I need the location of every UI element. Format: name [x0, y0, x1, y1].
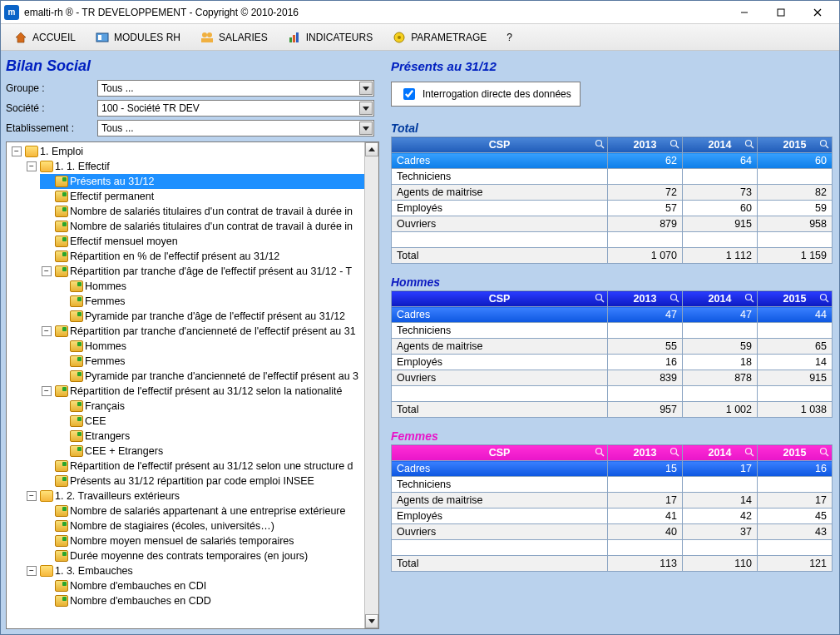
close-button[interactable] — [799, 1, 836, 24]
collapse-icon[interactable]: − — [42, 386, 52, 396]
tree-node[interactable]: Effectif permanent — [40, 189, 364, 204]
cell-value: 17 — [608, 493, 683, 508]
collapse-icon[interactable]: − — [12, 146, 22, 156]
direct-query-checkbox[interactable] — [403, 88, 415, 100]
menu-help[interactable]: ? — [498, 29, 521, 46]
table-row[interactable]: Ouvriers839878915 — [392, 370, 833, 386]
tree-node[interactable]: Femmes — [55, 294, 364, 309]
tree-node[interactable]: CEE + Etrangers — [55, 444, 364, 459]
tree-node[interactable]: −1. 2. Travailleurs extérieurs — [25, 489, 364, 504]
tree-scrollbar[interactable] — [364, 142, 378, 628]
column-header-csp[interactable]: CSP — [392, 291, 608, 307]
svg-line-19 — [751, 146, 754, 148]
column-header-csp[interactable]: CSP — [392, 445, 608, 461]
table-row[interactable]: Techniciens — [392, 477, 833, 493]
tree-node[interactable]: Effectif mensuel moyen — [40, 234, 364, 249]
collapse-icon[interactable]: − — [27, 566, 37, 576]
tree-node[interactable]: −Répartition par tranche d'âge de l'effe… — [40, 264, 364, 279]
table-row[interactable]: Ouvriers879915958 — [392, 216, 833, 232]
column-header-year[interactable]: 2015 — [758, 137, 833, 153]
column-header-year[interactable]: 2015 — [758, 445, 833, 461]
menu-salaries[interactable]: SALARIES — [192, 28, 276, 47]
cell-value — [683, 323, 758, 339]
collapse-icon[interactable]: − — [42, 266, 52, 276]
column-header-year[interactable]: 2014 — [683, 137, 758, 153]
tree-spacer — [42, 251, 52, 261]
tree-node[interactable]: Nombre de stagiaires (écoles, université… — [40, 518, 364, 533]
tree-node[interactable]: −1. Emploi — [10, 144, 364, 159]
column-header-year[interactable]: 2013 — [608, 137, 683, 153]
minimize-button[interactable] — [726, 1, 763, 24]
cell-value: 879 — [608, 216, 683, 232]
report-icon — [55, 475, 68, 487]
tree-node[interactable]: −Répartition de l'effectif présent au 31… — [40, 384, 364, 399]
svg-line-23 — [601, 300, 604, 302]
svg-line-15 — [601, 146, 604, 148]
direct-query-checkbox-row[interactable]: Interrogation directe des données — [391, 82, 581, 107]
tree-node[interactable]: −1. 3. Embauches — [25, 563, 364, 578]
row-label: Employés — [392, 355, 608, 370]
column-header-year[interactable]: 2013 — [608, 291, 683, 307]
app-icon: m — [4, 5, 19, 20]
table-row[interactable]: Cadres474744 — [392, 307, 833, 323]
tree-node[interactable]: Français — [55, 399, 364, 414]
tree-node[interactable]: Durée moyenne des contrats temporaires (… — [40, 548, 364, 563]
table-row[interactable]: Agents de maitrise555965 — [392, 339, 833, 355]
row-label: Ouvriers — [392, 216, 608, 232]
table-row[interactable]: Employés161814 — [392, 355, 833, 370]
table-row[interactable]: Agents de maitrise727382 — [392, 185, 833, 201]
maximize-button[interactable] — [763, 1, 799, 24]
etablissement-select[interactable]: Tous ... — [97, 120, 374, 136]
tree-node[interactable]: Hommes — [55, 279, 364, 294]
collapse-icon[interactable]: − — [42, 326, 52, 336]
table-row[interactable]: Ouvriers403743 — [392, 524, 833, 540]
table-row[interactable]: Cadres151716 — [392, 461, 833, 477]
tree-node[interactable]: Nombre moyen mensuel de salariés tempora… — [40, 533, 364, 548]
table-row[interactable]: Cadres626460 — [392, 153, 833, 169]
tree-node[interactable]: Répartition de l'effectif présent au 31/… — [40, 459, 364, 474]
scroll-down-button[interactable] — [365, 614, 378, 628]
column-header-year[interactable]: 2014 — [683, 291, 758, 307]
table-row[interactable]: Techniciens — [392, 323, 833, 339]
column-header-year[interactable]: 2015 — [758, 291, 833, 307]
tree-node[interactable]: −1. 1. Effectif — [25, 159, 364, 174]
tree-node-label: 1. 3. Embauches — [55, 563, 133, 578]
tree-node[interactable]: Nombre de salariés appartenant à une ent… — [40, 504, 364, 518]
tree-node[interactable]: Femmes — [55, 354, 364, 369]
report-icon — [55, 460, 68, 472]
menu-modules-rh[interactable]: MODULES RH — [87, 28, 189, 47]
tree-node[interactable]: Présents au 31/12 — [40, 174, 364, 189]
groupe-select-wrap: Tous ... — [97, 80, 374, 97]
tree-view[interactable]: −1. Emploi−1. 1. EffectifPrésents au 31/… — [7, 142, 364, 628]
tree-node[interactable]: −Répartition par tranche d'ancienneté de… — [40, 324, 364, 339]
tree-node[interactable]: Nombre de salariés titulaires d'un contr… — [40, 219, 364, 234]
column-header-csp[interactable]: CSP — [392, 137, 608, 153]
table-row[interactable]: Agents de maitrise171417 — [392, 493, 833, 508]
table-row[interactable]: Techniciens — [392, 169, 833, 185]
column-header-year[interactable]: 2013 — [608, 445, 683, 461]
tree-node[interactable]: Pyramide par tranche d'âge de l'effectif… — [55, 309, 364, 324]
tree-node[interactable]: Etrangers — [55, 429, 364, 444]
table-row[interactable]: Employés414245 — [392, 508, 833, 524]
tree-node[interactable]: Pyramide par tranche d'ancienneté de l'e… — [55, 369, 364, 384]
column-header-year[interactable]: 2014 — [683, 445, 758, 461]
tree-node[interactable]: Nombre de salariés titulaires d'un contr… — [40, 204, 364, 219]
tree-node[interactable]: Nombre d'embauches en CDI — [40, 578, 364, 593]
tree-node[interactable]: Nombre d'embauches en CDD — [40, 593, 364, 608]
societe-select[interactable]: 100 - Société TR DEV — [97, 100, 374, 117]
menu-accueil[interactable]: ACCUEIL — [6, 28, 84, 47]
menu-indicateurs[interactable]: INDICATEURS — [279, 28, 381, 47]
tree-node[interactable]: Répartition en % de l'effectif présent a… — [40, 249, 364, 264]
window-controls — [726, 1, 836, 24]
tree-node[interactable]: CEE — [55, 414, 364, 429]
collapse-icon[interactable]: − — [27, 491, 37, 501]
scroll-up-button[interactable] — [365, 142, 378, 156]
tree-node[interactable]: Présents au 31/12 répartition par code e… — [40, 474, 364, 489]
table-row[interactable]: Employés576059 — [392, 201, 833, 216]
table-row-total: Total113110121 — [392, 556, 833, 572]
tree-node[interactable]: Hommes — [55, 339, 364, 354]
groupe-select[interactable]: Tous ... — [97, 80, 374, 97]
collapse-icon[interactable]: − — [27, 161, 37, 171]
scroll-track[interactable] — [365, 156, 378, 614]
menu-parametrage[interactable]: PARAMETRAGE — [384, 28, 495, 47]
